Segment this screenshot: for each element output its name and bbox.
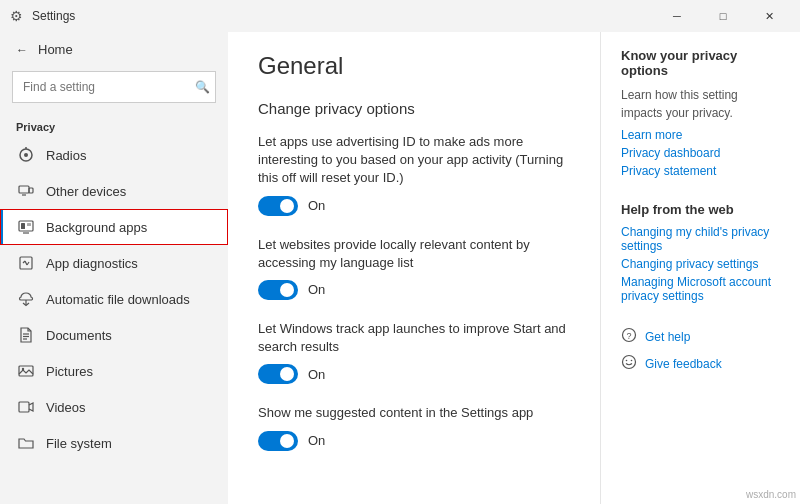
get-help-icon: ? <box>621 327 637 346</box>
toggle-row-language-list: On <box>258 280 570 300</box>
window-title: Settings <box>32 9 654 23</box>
sidebar-item-background-apps[interactable]: Background apps <box>0 209 228 245</box>
toggle-suggested-content[interactable] <box>258 431 298 451</box>
option-text-language-list: Let websites provide locally relevant co… <box>258 236 570 272</box>
search-input[interactable] <box>12 71 216 103</box>
other-devices-icon <box>16 183 36 199</box>
panel-title-know-options: Know your privacy options <box>621 48 780 78</box>
svg-text:?: ? <box>627 331 632 341</box>
privacy-option-suggested-content: Show me suggested content in the Setting… <box>258 404 570 450</box>
toggle-row-suggested-content: On <box>258 431 570 451</box>
sidebar-item-label-automatic-downloads: Automatic file downloads <box>46 292 190 307</box>
get-help-action[interactable]: ? Get help <box>621 327 780 346</box>
panel-text-know-options: Learn how this setting impacts your priv… <box>621 86 780 122</box>
sidebar-item-label-app-diagnostics: App diagnostics <box>46 256 138 271</box>
panel-link-ms-account-privacy[interactable]: Managing Microsoft account privacy setti… <box>621 275 780 303</box>
toggle-advertising-id[interactable] <box>258 196 298 216</box>
back-arrow-icon: ← <box>16 43 28 57</box>
toggle-label-advertising-id: On <box>308 198 325 213</box>
toggle-language-list[interactable] <box>258 280 298 300</box>
panel-link-change-privacy[interactable]: Changing privacy settings <box>621 257 780 271</box>
svg-rect-20 <box>19 402 29 412</box>
panel-title-help-web: Help from the web <box>621 202 780 217</box>
background-apps-icon <box>16 219 36 235</box>
sidebar-item-videos[interactable]: Videos <box>0 389 228 425</box>
title-bar: ⚙ Settings ─ □ ✕ <box>0 0 800 32</box>
section-title: Change privacy options <box>258 100 570 117</box>
svg-point-23 <box>623 356 636 369</box>
panel-link-privacy-statement[interactable]: Privacy statement <box>621 164 780 178</box>
search-icon-button[interactable]: 🔍 <box>195 80 210 94</box>
toggle-label-suggested-content: On <box>308 433 325 448</box>
svg-point-25 <box>631 360 633 362</box>
svg-point-1 <box>24 153 28 157</box>
sidebar-back-home[interactable]: ← Home <box>0 32 228 67</box>
maximize-button[interactable]: □ <box>700 0 746 32</box>
option-text-suggested-content: Show me suggested content in the Setting… <box>258 404 570 422</box>
sidebar-item-pictures[interactable]: Pictures <box>0 353 228 389</box>
sidebar-item-app-diagnostics[interactable]: App diagnostics <box>0 245 228 281</box>
privacy-option-app-launches: Let Windows track app launches to improv… <box>258 320 570 384</box>
panel-section-help-web: Help from the web Changing my child's pr… <box>621 202 780 303</box>
sidebar-item-label-file-system: File system <box>46 436 112 451</box>
sidebar-item-file-system[interactable]: File system <box>0 425 228 461</box>
file-system-icon <box>16 435 36 451</box>
sidebar-item-other-devices[interactable]: Other devices <box>0 173 228 209</box>
option-text-app-launches: Let Windows track app launches to improv… <box>258 320 570 356</box>
watermark: wsxdn.com <box>746 489 796 500</box>
automatic-downloads-icon <box>16 291 36 307</box>
privacy-option-advertising-id: Let apps use advertising ID to make ads … <box>258 133 570 216</box>
give-feedback-icon <box>621 354 637 373</box>
sidebar-item-label-other-devices: Other devices <box>46 184 126 199</box>
toggle-label-app-launches: On <box>308 367 325 382</box>
sidebar-item-documents[interactable]: Documents <box>0 317 228 353</box>
sidebar-section-label: Privacy <box>0 115 228 137</box>
panel-link-child-privacy[interactable]: Changing my child's privacy settings <box>621 225 780 253</box>
panel-link-privacy-dashboard[interactable]: Privacy dashboard <box>621 146 780 160</box>
toggle-label-language-list: On <box>308 282 325 297</box>
sidebar-item-label-radios: Radios <box>46 148 86 163</box>
privacy-option-language-list: Let websites provide locally relevant co… <box>258 236 570 300</box>
window-controls: ─ □ ✕ <box>654 0 792 32</box>
main-content: General Change privacy options Let apps … <box>228 32 600 504</box>
minimize-button[interactable]: ─ <box>654 0 700 32</box>
sidebar-home-label: Home <box>38 42 73 57</box>
sidebar-item-label-pictures: Pictures <box>46 364 93 379</box>
right-panel: Know your privacy options Learn how this… <box>600 32 800 504</box>
toggle-row-app-launches: On <box>258 364 570 384</box>
svg-rect-4 <box>29 188 33 193</box>
toggle-app-launches[interactable] <box>258 364 298 384</box>
option-text-advertising-id: Let apps use advertising ID to make ads … <box>258 133 570 188</box>
app-icon: ⚙ <box>8 8 24 24</box>
page-title: General <box>258 52 570 80</box>
documents-icon <box>16 327 36 343</box>
radios-icon <box>16 147 36 163</box>
svg-rect-3 <box>19 186 29 193</box>
panel-link-learn-more[interactable]: Learn more <box>621 128 780 142</box>
sidebar-item-label-documents: Documents <box>46 328 112 343</box>
app-body: ← Home 🔍 Privacy Radios <box>0 32 800 504</box>
sidebar-item-automatic-downloads[interactable]: Automatic file downloads <box>0 281 228 317</box>
give-feedback-label[interactable]: Give feedback <box>645 357 722 371</box>
panel-section-know-options: Know your privacy options Learn how this… <box>621 48 780 178</box>
sidebar: ← Home 🔍 Privacy Radios <box>0 32 228 504</box>
pictures-icon <box>16 363 36 379</box>
sidebar-item-label-background-apps: Background apps <box>46 220 147 235</box>
get-help-label[interactable]: Get help <box>645 330 690 344</box>
svg-rect-7 <box>21 223 25 229</box>
toggle-row-advertising-id: On <box>258 196 570 216</box>
svg-rect-8 <box>27 223 31 226</box>
svg-point-24 <box>626 360 628 362</box>
sidebar-item-label-videos: Videos <box>46 400 86 415</box>
sidebar-search-container: 🔍 <box>12 71 216 103</box>
sidebar-item-radios[interactable]: Radios <box>0 137 228 173</box>
svg-line-13 <box>27 262 29 265</box>
close-button[interactable]: ✕ <box>746 0 792 32</box>
give-feedback-action[interactable]: Give feedback <box>621 354 780 373</box>
videos-icon <box>16 399 36 415</box>
app-diagnostics-icon <box>16 255 36 271</box>
svg-rect-18 <box>19 366 33 376</box>
